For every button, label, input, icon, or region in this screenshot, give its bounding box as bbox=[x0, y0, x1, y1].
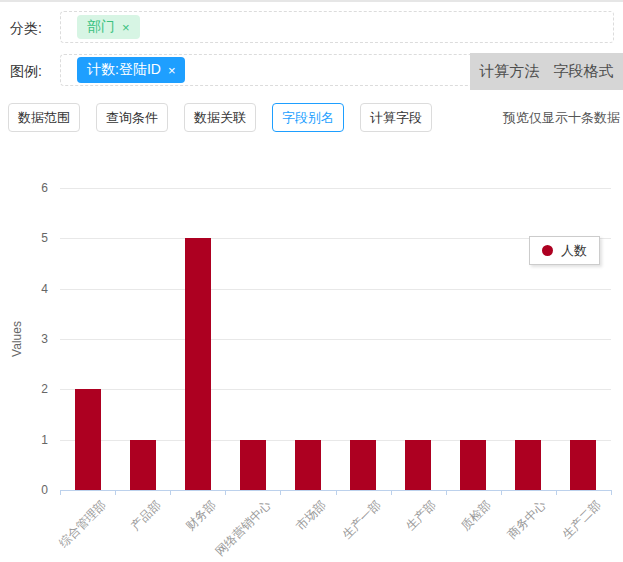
x-axis-tick bbox=[225, 490, 226, 495]
category-tag[interactable]: 部门 × bbox=[77, 15, 140, 39]
x-axis-tick bbox=[556, 490, 557, 495]
legend-dot-icon bbox=[542, 245, 553, 256]
x-axis-category-label: 生产部 bbox=[403, 497, 440, 534]
gridline bbox=[60, 289, 611, 290]
chart-legend[interactable]: 人数 bbox=[529, 236, 600, 265]
x-axis-tick bbox=[391, 490, 392, 495]
x-axis-tick bbox=[501, 490, 502, 495]
category-label: 分类: bbox=[10, 11, 42, 45]
bar[interactable] bbox=[295, 440, 321, 490]
close-icon[interactable]: × bbox=[122, 20, 130, 35]
category-tag-label: 部门 bbox=[87, 18, 115, 36]
toolbar-button[interactable]: 查询条件 bbox=[96, 103, 168, 132]
x-axis-category-label: 生产一部 bbox=[339, 497, 385, 543]
y-axis-tick-label: 0 bbox=[8, 483, 48, 497]
x-axis-category-label: 商务中心 bbox=[504, 497, 550, 543]
menu-item-field-format[interactable]: 字段格式 bbox=[554, 62, 614, 81]
toolbar-button[interactable]: 数据范围 bbox=[8, 103, 80, 132]
y-axis-tick-label: 5 bbox=[8, 231, 48, 245]
x-axis-category-label: 质检部 bbox=[458, 497, 495, 534]
bar[interactable] bbox=[515, 440, 541, 490]
bar[interactable] bbox=[570, 440, 596, 490]
tag-context-menu: 计算方法 字段格式 bbox=[470, 53, 623, 90]
bar[interactable] bbox=[240, 440, 266, 490]
x-axis-tick bbox=[170, 490, 171, 495]
legend-field-label: 图例: bbox=[10, 54, 42, 88]
toolbar: 数据范围查询条件数据关联字段别名计算字段 bbox=[8, 103, 432, 132]
preview-note: 预览仅显示十条数据 bbox=[503, 103, 620, 132]
y-axis-tick-label: 6 bbox=[8, 181, 48, 195]
bar[interactable] bbox=[185, 238, 211, 490]
x-axis-category-label: 综合管理部 bbox=[55, 497, 109, 551]
x-axis-category-label: 产品部 bbox=[127, 497, 164, 534]
legend-tag[interactable]: 计数:登陆ID × bbox=[77, 57, 185, 83]
x-axis-tick bbox=[115, 490, 116, 495]
gridline bbox=[60, 339, 611, 340]
x-axis-tick bbox=[336, 490, 337, 495]
toolbar-button[interactable]: 计算字段 bbox=[360, 103, 432, 132]
bar[interactable] bbox=[405, 440, 431, 490]
y-axis-tick-label: 4 bbox=[8, 282, 48, 296]
bar[interactable] bbox=[130, 440, 156, 490]
close-icon[interactable]: × bbox=[168, 63, 176, 78]
chart-config-panel: 分类: 部门 × 图例: 计数:登陆ID × 计算方法 字段格式 数据范围查询条… bbox=[0, 0, 623, 562]
toolbar-button[interactable]: 字段别名 bbox=[272, 103, 344, 132]
bar[interactable] bbox=[460, 440, 486, 490]
x-axis-category-label: 市场部 bbox=[292, 497, 329, 534]
legend-tag-label: 计数:登陆ID bbox=[87, 61, 161, 79]
x-axis-tick bbox=[611, 490, 612, 495]
menu-item-calc-method[interactable]: 计算方法 bbox=[480, 62, 540, 81]
category-drop-field[interactable]: 部门 × bbox=[60, 11, 614, 43]
y-axis-tick-label: 1 bbox=[8, 433, 48, 447]
x-axis-category-label: 网络营销中心 bbox=[212, 497, 275, 560]
top-divider bbox=[0, 0, 623, 2]
x-axis-tick bbox=[280, 490, 281, 495]
x-axis-category-label: 生产二部 bbox=[560, 497, 606, 543]
y-axis-tick-label: 2 bbox=[8, 382, 48, 396]
x-axis-tick bbox=[60, 490, 61, 495]
toolbar-button[interactable]: 数据关联 bbox=[184, 103, 256, 132]
gridline bbox=[60, 188, 611, 189]
legend-series-name: 人数 bbox=[561, 242, 587, 260]
bar[interactable] bbox=[75, 389, 101, 490]
y-axis-tick-label: 3 bbox=[8, 332, 48, 346]
x-axis-tick bbox=[446, 490, 447, 495]
bar[interactable] bbox=[350, 440, 376, 490]
gridline bbox=[60, 389, 611, 390]
x-axis-category-label: 财务部 bbox=[182, 497, 219, 534]
